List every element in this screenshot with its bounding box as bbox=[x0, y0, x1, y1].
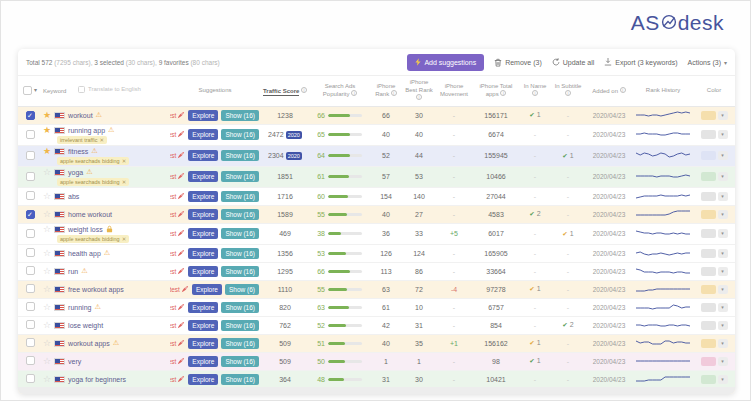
color-dropdown[interactable]: ▾ bbox=[718, 249, 728, 258]
show-button[interactable]: Show (16) bbox=[221, 191, 259, 202]
explore-button[interactable]: Explore bbox=[188, 320, 218, 331]
keyword-tag[interactable]: irrelevant traffic✕ bbox=[57, 136, 107, 144]
info-icon[interactable]: i bbox=[565, 90, 571, 96]
explore-button[interactable]: Explore bbox=[188, 228, 218, 239]
favorite-star-icon[interactable]: ☆ bbox=[43, 321, 51, 330]
info-icon[interactable]: i bbox=[351, 90, 357, 96]
remove-button[interactable]: Remove (3) bbox=[494, 58, 542, 68]
actions-dropdown[interactable]: Actions (3) ▾ bbox=[688, 59, 727, 66]
row-checkbox[interactable] bbox=[26, 356, 35, 365]
traffic-score-column-header[interactable]: Traffic Score i bbox=[260, 76, 310, 106]
add-suggestions-button[interactable]: Add suggestions bbox=[407, 54, 484, 71]
favorite-star-icon[interactable]: ☆ bbox=[43, 303, 51, 312]
test-tag[interactable]: test bbox=[170, 249, 185, 258]
row-checkbox[interactable] bbox=[26, 320, 35, 329]
explore-button[interactable]: Explore bbox=[188, 302, 218, 313]
test-tag[interactable]: test bbox=[170, 321, 185, 330]
show-button[interactable]: Show (16) bbox=[221, 266, 259, 277]
info-icon[interactable]: i bbox=[532, 90, 538, 96]
color-dropdown[interactable]: ▾ bbox=[718, 111, 728, 120]
test-tag[interactable]: test bbox=[170, 130, 185, 139]
row-checkbox[interactable] bbox=[26, 284, 35, 293]
explore-button[interactable]: Explore bbox=[188, 129, 218, 140]
show-button[interactable]: Show (16) bbox=[221, 150, 259, 161]
test-tag[interactable]: test bbox=[170, 172, 185, 181]
explore-button[interactable]: Explore bbox=[188, 110, 218, 121]
favorite-star-icon[interactable]: ☆ bbox=[43, 225, 51, 234]
favorite-star-icon[interactable]: ☆ bbox=[43, 339, 51, 348]
color-dropdown[interactable]: ▾ bbox=[718, 267, 728, 276]
row-checkbox[interactable] bbox=[26, 266, 35, 275]
keyword-tag[interactable]: apple searchads bidding✕ bbox=[57, 157, 129, 165]
translate-toggle[interactable]: Translate to English bbox=[78, 86, 141, 94]
iphone-total-apps-column-header[interactable]: iPhone Total apps i bbox=[472, 76, 520, 106]
test-tag[interactable]: test bbox=[170, 267, 185, 276]
explore-button[interactable]: Explore bbox=[188, 248, 218, 259]
in-name-column-header[interactable]: In Name i bbox=[520, 76, 550, 106]
color-dropdown[interactable]: ▾ bbox=[718, 357, 728, 366]
color-dropdown[interactable]: ▾ bbox=[718, 321, 728, 330]
row-checkbox[interactable] bbox=[26, 191, 35, 200]
tag-close-icon[interactable]: ✕ bbox=[122, 235, 127, 243]
row-checkbox[interactable]: ✓ bbox=[26, 111, 35, 120]
in-subtitle-column-header[interactable]: In Subtitle i bbox=[550, 76, 586, 106]
show-button[interactable]: Show (16) bbox=[221, 110, 259, 121]
color-dropdown[interactable]: ▾ bbox=[718, 339, 728, 348]
test-tag[interactable]: test bbox=[170, 357, 185, 366]
row-checkbox[interactable]: ✓ bbox=[26, 210, 35, 219]
translate-checkbox[interactable] bbox=[78, 86, 85, 93]
color-swatch[interactable] bbox=[701, 267, 716, 276]
favorite-star-icon[interactable]: ★ bbox=[43, 147, 51, 156]
favorite-star-icon[interactable]: ☆ bbox=[43, 249, 51, 258]
row-checkbox[interactable] bbox=[26, 229, 35, 238]
test-tag[interactable]: test bbox=[170, 210, 185, 219]
color-swatch[interactable] bbox=[701, 229, 716, 238]
explore-button[interactable]: Explore bbox=[188, 338, 218, 349]
row-checkbox[interactable] bbox=[26, 172, 35, 181]
favorite-star-icon[interactable]: ☆ bbox=[43, 168, 51, 177]
show-button[interactable]: Show (6) bbox=[225, 284, 259, 295]
show-button[interactable]: Show (16) bbox=[221, 320, 259, 331]
color-swatch[interactable] bbox=[701, 172, 716, 181]
color-swatch[interactable] bbox=[701, 303, 716, 312]
select-all-checkbox[interactable] bbox=[23, 86, 32, 95]
show-button[interactable]: Show (16) bbox=[221, 129, 259, 140]
favorite-star-icon[interactable]: ★ bbox=[43, 126, 51, 135]
color-dropdown[interactable]: ▾ bbox=[718, 130, 728, 139]
row-checkbox[interactable] bbox=[26, 374, 35, 383]
favorite-star-icon[interactable]: ★ bbox=[43, 111, 51, 120]
keyword-tag[interactable]: apple searchads bidding✕ bbox=[57, 178, 129, 186]
color-dropdown[interactable]: ▾ bbox=[718, 192, 728, 201]
color-swatch[interactable] bbox=[701, 210, 716, 219]
show-button[interactable]: Show (16) bbox=[221, 374, 259, 385]
favorite-star-icon[interactable]: ☆ bbox=[43, 357, 51, 366]
favorite-star-icon[interactable]: ☆ bbox=[43, 210, 51, 219]
explore-button[interactable]: Explore bbox=[188, 150, 218, 161]
color-dropdown[interactable]: ▾ bbox=[718, 151, 728, 160]
favorite-star-icon[interactable]: ☆ bbox=[43, 375, 51, 384]
show-button[interactable]: Show (16) bbox=[221, 302, 259, 313]
color-swatch[interactable] bbox=[701, 375, 716, 384]
row-checkbox[interactable] bbox=[26, 130, 35, 139]
update-all-button[interactable]: Update all bbox=[552, 58, 595, 67]
color-swatch[interactable] bbox=[701, 285, 716, 294]
test-tag[interactable]: test bbox=[170, 151, 185, 160]
filter-caret-icon[interactable]: ▾ bbox=[34, 87, 37, 95]
show-button[interactable]: Show (16) bbox=[221, 209, 259, 220]
show-button[interactable]: Show (16) bbox=[221, 338, 259, 349]
iphone-movement-column-header[interactable]: iPhone Movement bbox=[436, 76, 472, 106]
info-icon[interactable]: i bbox=[301, 87, 307, 93]
color-dropdown[interactable]: ▾ bbox=[718, 172, 728, 181]
show-button[interactable]: Show (16) bbox=[221, 356, 259, 367]
favorite-star-icon[interactable]: ☆ bbox=[43, 192, 51, 201]
row-checkbox[interactable] bbox=[26, 151, 35, 160]
color-dropdown[interactable]: ▾ bbox=[718, 285, 728, 294]
color-swatch[interactable] bbox=[701, 357, 716, 366]
info-icon[interactable]: i bbox=[620, 87, 626, 93]
test-tag[interactable]: test bbox=[170, 339, 185, 348]
test-tag[interactable]: test bbox=[170, 229, 185, 238]
test-tag[interactable]: test bbox=[170, 111, 185, 120]
row-checkbox[interactable] bbox=[26, 248, 35, 257]
color-dropdown[interactable]: ▾ bbox=[718, 210, 728, 219]
info-icon[interactable]: i bbox=[500, 90, 506, 96]
